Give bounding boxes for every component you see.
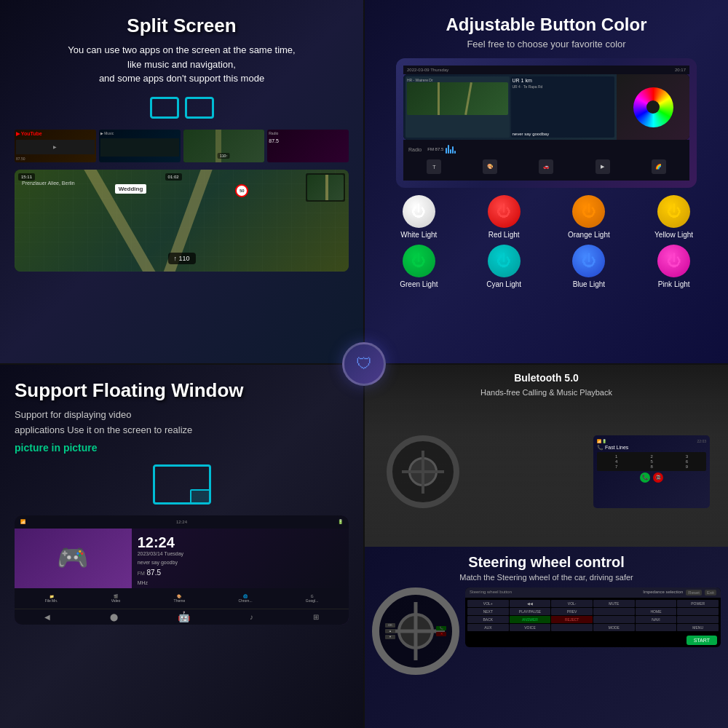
home-btn[interactable]: HOME [636, 608, 677, 615]
nav-screen-content: Wedding 50 Prenzlauer Allee, Berlin 15:1… [15, 170, 349, 272]
reject-sw-btn[interactable]: ✕ [436, 632, 446, 636]
key-7[interactable]: 7 [599, 464, 633, 469]
device-top-bar: 2022-03-09 Thursday 20:17 [403, 66, 689, 74]
cyan-light-btn[interactable]: Cyan Light [464, 245, 544, 288]
sc-buttons-grid: VOL+ ◀◀ VOL- MUTE POWER NEXT PLAY/PAUSE … [465, 598, 721, 633]
app-chrome[interactable]: 🌐Chrom... [238, 594, 252, 603]
screen-indicators: 📶 🔋 [597, 439, 606, 443]
route-info: UR 4 · Te Rapa Rd [513, 84, 614, 89]
key-9[interactable]: 9 [670, 464, 704, 469]
nav-grid[interactable]: ⊞ [313, 613, 319, 621]
app-video[interactable]: 🎬Video [111, 594, 121, 603]
menu-btn[interactable]: MENU [677, 624, 719, 631]
ok-btn[interactable]: OK [385, 623, 395, 628]
theme-icon[interactable]: 🎨 [483, 159, 497, 174]
split-screen-desc: You can use two apps on the screen at th… [15, 43, 349, 86]
nav-mini-map [306, 173, 345, 202]
mute-btn[interactable]: MUTE [593, 600, 635, 607]
blue-light-label: Blue Light [573, 280, 605, 288]
key-4[interactable]: 4 [599, 459, 633, 464]
next-ctrl-btn[interactable]: NEXT [467, 608, 509, 615]
green-light-btn[interactable]: Green Light [379, 245, 459, 288]
video-icon[interactable]: ▶ [596, 159, 610, 174]
app-file[interactable]: 📁File Mn. [45, 594, 58, 603]
color-wheel[interactable] [633, 87, 673, 127]
nav-music-note[interactable]: ♪ [250, 613, 253, 621]
split-screen-title: Split Screen [15, 15, 349, 37]
device-screen-right [617, 74, 689, 140]
radio-label: Radio [408, 147, 422, 152]
navi-btn[interactable]: NAVI [636, 616, 677, 623]
key-8[interactable]: 8 [634, 464, 668, 469]
rew-btn[interactable]: ◀◀ [510, 600, 551, 607]
red-light-icon [488, 195, 521, 228]
pink-light-btn[interactable]: Pink Light [634, 245, 713, 288]
call-controls: 📞 📵 [597, 472, 706, 483]
color-icon[interactable]: 🌈 [652, 159, 666, 174]
button-color-title: Adjustable Button Color [379, 15, 713, 35]
voice-btn[interactable]: VOICE [510, 624, 551, 631]
nav-home[interactable]: ⬤ [110, 613, 118, 621]
app-theme[interactable]: 🎨Theme [174, 594, 186, 603]
bar-5 [454, 151, 456, 154]
answer-btn[interactable]: ANSWER [510, 616, 551, 623]
steering-btn-label: Steering wheel button [470, 590, 512, 596]
status-time-display: 12:24 [176, 520, 187, 524]
floating-window-title: Support Floating Window [15, 379, 349, 402]
orange-light-btn[interactable]: Orange Light [550, 195, 629, 239]
device-mockup: 2022-03-09 Thursday 20:17 HR - Wairere D… [396, 58, 697, 188]
red-light-btn[interactable]: Red Light [464, 195, 544, 239]
yellow-light-btn[interactable]: Yellow Light [634, 195, 713, 239]
device-status-bar: 📶 12:24 🔋 [15, 515, 349, 529]
key-3[interactable]: 3 [670, 454, 704, 459]
red-light-label: Red Light [488, 231, 520, 239]
app-google[interactable]: GGoogl... [306, 594, 319, 603]
empty2 [593, 608, 635, 615]
reject-btn[interactable]: REJECT [551, 616, 593, 623]
power-btn[interactable]: POWER [677, 600, 719, 607]
game-thumbnail: 🎮 [15, 529, 132, 588]
vol-plus-btn[interactable]: VOL+ [467, 600, 509, 607]
up-btn[interactable]: ▲ [385, 629, 395, 633]
start-button[interactable]: START [687, 636, 717, 645]
white-light-btn[interactable]: White Light [379, 195, 459, 239]
mode-btn[interactable]: MODE [593, 624, 635, 631]
steering-control-section: Steering wheel control Match the Steerin… [365, 547, 728, 729]
tlinks-icon[interactable]: T [427, 159, 441, 174]
answer-call-btn[interactable]: 📞 [640, 472, 650, 483]
wedding-sign: Wedding [115, 184, 147, 194]
floating-window-desc: Support for displaying videoapplications… [15, 408, 349, 438]
music-bars [446, 145, 456, 154]
nav-back[interactable]: ◀ [44, 613, 50, 621]
radio-station: FM 87.5 [427, 147, 443, 151]
back-btn[interactable]: BACK [467, 616, 509, 623]
key-2[interactable]: 2 [634, 454, 668, 459]
steering-icon[interactable]: 🚗 [539, 159, 553, 174]
dn-btn[interactable]: ▼ [385, 635, 395, 639]
prev-ctrl-btn[interactable]: PREV [551, 608, 593, 615]
end-call-btn[interactable]: 📵 [653, 472, 663, 483]
status-left: 📶 [20, 519, 25, 524]
music-info: never say goodbay [513, 132, 614, 136]
device-main-content: 🎮 12:24 2023/03/14 Tuesday never say goo… [15, 529, 349, 588]
vol-minus-btn[interactable]: VOL- [551, 600, 593, 607]
nav-android[interactable]: 🤖 [178, 611, 190, 622]
play-pause-ctrl[interactable]: PLAY/PAUSE [510, 608, 551, 615]
key-5[interactable]: 5 [634, 459, 668, 464]
steering-v-spoke [414, 602, 418, 660]
reset-btn[interactable]: Reset [686, 590, 702, 596]
exit-btn[interactable]: Exit [705, 590, 716, 596]
split-boxes [150, 97, 214, 119]
empty1 [636, 600, 677, 607]
mini-screen-music: ▶ Music [99, 130, 181, 162]
bluetooth-content: Buletooth 5.0 Hands-free Calling & Music… [365, 365, 728, 547]
aux-btn[interactable]: AUX [467, 624, 509, 631]
key-1[interactable]: 1 [599, 454, 633, 459]
blue-light-btn[interactable]: Blue Light [550, 245, 629, 288]
floating-device-screen: 📶 12:24 🔋 🎮 12:24 2023/03/14 Tuesday nev… [15, 515, 349, 625]
steering-control-content: OK ▲ ▼ 📞 ✕ Steering wheel bu [365, 587, 728, 675]
yellow-light-label: Yellow Light [654, 231, 693, 239]
key-6[interactable]: 6 [670, 459, 704, 464]
answer-sw-btn[interactable]: 📞 [436, 626, 446, 630]
screen-topbar: 📶 🔋 22:03 [597, 439, 706, 443]
